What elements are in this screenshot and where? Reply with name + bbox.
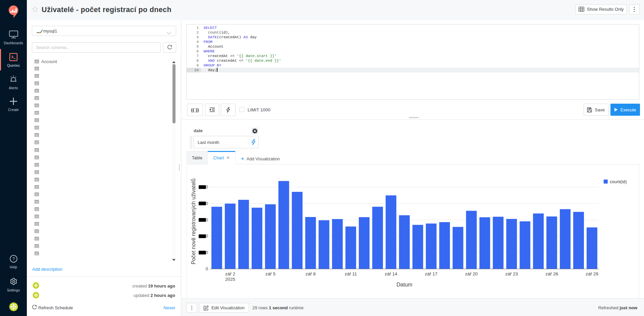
- svg-text:Počet nově registrovaných uživ: Počet nově registrovaných uživatelů: [191, 178, 196, 264]
- svg-text:0: 0: [206, 250, 208, 255]
- svg-text:0: 0: [206, 185, 208, 190]
- svg-text:zář 17: zář 17: [425, 271, 438, 276]
- svg-text:zář 2: zář 2: [225, 271, 235, 276]
- svg-text:zář 11: zář 11: [345, 271, 357, 276]
- svg-text:Datum: Datum: [396, 282, 412, 287]
- svg-text:zář 23: zář 23: [505, 271, 518, 276]
- svg-text:2025: 2025: [225, 277, 235, 282]
- svg-text:count(id): count(id): [610, 179, 627, 184]
- svg-text:0: 0: [206, 201, 208, 206]
- svg-text:zář 26: zář 26: [545, 271, 558, 276]
- svg-text:?: ?: [12, 256, 14, 261]
- svg-text:zář 20: zář 20: [465, 271, 478, 276]
- svg-text:0: 0: [206, 233, 208, 239]
- svg-text:0: 0: [206, 266, 208, 271]
- svg-text:0: 0: [206, 217, 208, 222]
- svg-text:zář 5: zář 5: [265, 271, 276, 276]
- svg-text:zář 29: zář 29: [586, 271, 598, 276]
- svg-text:zář 14: zář 14: [385, 271, 397, 276]
- svg-text:zář 8: zář 8: [305, 271, 315, 276]
